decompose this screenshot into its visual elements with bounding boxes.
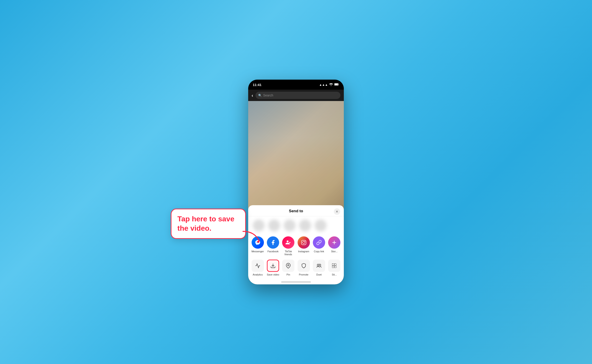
copy-link-label: Copy link <box>314 250 324 253</box>
svg-rect-4 <box>301 240 306 245</box>
svg-marker-0 <box>257 240 260 243</box>
callout-text: Tap here to save the video. <box>177 215 234 233</box>
send-to-panel: Send to ✕ <box>248 205 344 284</box>
friend-avatar-3[interactable] <box>284 220 296 231</box>
svg-rect-12 <box>334 264 336 266</box>
action-item-save-video[interactable]: Save video <box>266 260 280 276</box>
share-item-tiktok-friends[interactable]: TikTokfriends <box>281 236 296 256</box>
promote-label: Promote <box>299 273 308 276</box>
action-item-promote[interactable]: Promote <box>296 260 311 276</box>
home-indicator <box>281 281 311 283</box>
tiktok-friends-label: TikTokfriends <box>285 250 292 256</box>
instagram-label: Instagram <box>298 250 309 253</box>
friend-avatar-4[interactable] <box>299 220 311 231</box>
status-time: 11:41 <box>253 83 261 87</box>
save-video-icon-box <box>267 260 279 272</box>
promote-icon-box <box>298 260 310 272</box>
wifi-icon <box>329 83 333 87</box>
messenger-label: Messenger <box>251 250 264 253</box>
svg-point-8 <box>288 265 289 266</box>
action-item-stitch[interactable]: Sti... <box>327 260 342 276</box>
action-item-pin[interactable]: Pin <box>281 260 296 276</box>
promote-icon <box>301 263 306 268</box>
tiktok-friends-icon <box>282 236 294 249</box>
svg-point-6 <box>305 241 305 242</box>
save-video-icon <box>270 263 276 268</box>
stitch-icon <box>332 263 337 268</box>
close-icon: ✕ <box>336 210 338 213</box>
friend-avatar-5[interactable] <box>315 220 326 231</box>
panel-header: Send to ✕ <box>248 205 344 216</box>
analytics-icon-box <box>252 260 264 272</box>
pin-label: Pin <box>286 273 290 276</box>
svg-point-5 <box>303 241 305 244</box>
copy-link-icon <box>313 236 325 249</box>
action-item-duet[interactable]: Duet <box>312 260 326 276</box>
svg-rect-13 <box>332 266 334 268</box>
instagram-icon <box>298 236 310 249</box>
duet-label: Duet <box>316 273 321 276</box>
more-label: Stor... <box>331 250 338 253</box>
analytics-label: Analytics <box>253 273 263 276</box>
share-item-facebook[interactable]: Facebook <box>266 236 280 256</box>
pin-icon <box>286 263 291 268</box>
action-row: Analytics Save video <box>248 258 344 280</box>
svg-point-1 <box>331 85 332 86</box>
more-icon <box>328 236 340 249</box>
svg-rect-11 <box>332 264 334 266</box>
back-button[interactable]: ‹ <box>252 93 253 98</box>
share-item-copy-link[interactable]: Copy link <box>312 236 326 256</box>
stitch-label: Sti... <box>332 273 337 276</box>
panel-title: Send to <box>289 209 303 213</box>
signal-icon: ▲▲▲ <box>319 83 328 86</box>
action-item-analytics[interactable]: Analytics <box>251 260 265 276</box>
battery-icon <box>334 83 339 86</box>
analytics-icon <box>255 263 260 268</box>
svg-point-9 <box>317 264 319 266</box>
status-bar: 11:41 ▲▲▲ <box>248 80 344 90</box>
close-button[interactable]: ✕ <box>334 208 340 215</box>
phone-container: Tap here to save the video. 11:41 ▲▲▲ <box>248 80 344 284</box>
save-video-label: Save video <box>267 273 279 276</box>
search-bar: ‹ 🔍 Search <box>248 90 344 101</box>
search-input-container[interactable]: 🔍 Search <box>255 92 340 99</box>
callout-arrow-svg <box>241 229 263 243</box>
callout-bubble: Tap here to save the video. <box>171 209 246 239</box>
search-icon: 🔍 <box>258 94 262 97</box>
duet-icon <box>316 263 322 268</box>
svg-point-10 <box>319 264 321 266</box>
stitch-icon-box <box>328 260 340 272</box>
status-icons: ▲▲▲ <box>319 83 339 87</box>
svg-rect-14 <box>334 266 336 268</box>
share-item-instagram[interactable]: Instagram <box>296 236 311 256</box>
facebook-icon <box>267 236 279 249</box>
svg-rect-3 <box>335 84 338 85</box>
search-placeholder: Search <box>263 93 273 97</box>
pin-icon-box <box>282 260 294 272</box>
duet-icon-box <box>313 260 325 272</box>
share-item-more[interactable]: Stor... <box>327 236 342 256</box>
friend-avatar-2[interactable] <box>268 220 280 231</box>
facebook-label: Facebook <box>267 250 279 253</box>
phone-screen: 11:41 ▲▲▲ <box>248 80 344 284</box>
